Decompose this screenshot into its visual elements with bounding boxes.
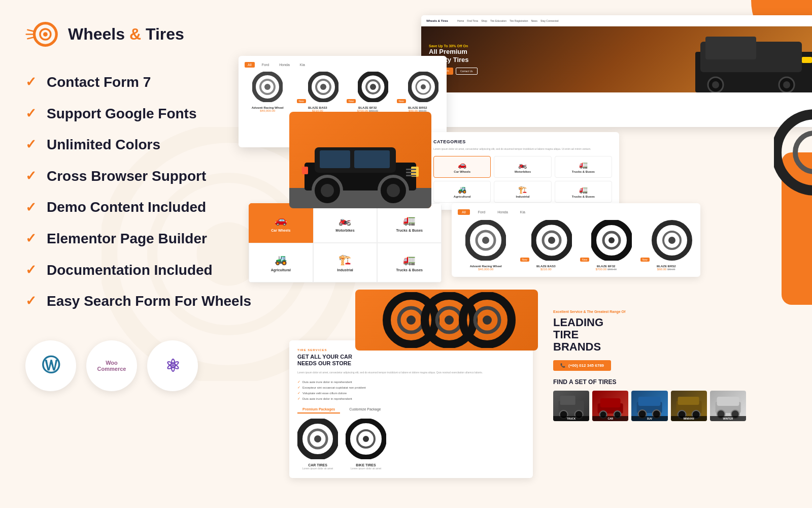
nav-education: Tire Education [490, 19, 506, 22]
lb-car-thumbnails: TRUCK CAR SUV [553, 391, 746, 421]
hero-contact-btn[interactable]: Contact Us [456, 68, 478, 75]
svg-point-66 [314, 435, 321, 442]
trucks2-icon: 🚛 [558, 185, 608, 194]
truck-grid-icon: 🚛 [384, 214, 435, 226]
package-desc-1: Lorem ipsum dolor sit amet [297, 467, 338, 470]
car-wheels-grid-icon: 🚗 [255, 214, 307, 226]
car-type-winter[interactable]: WINTER [710, 391, 746, 421]
tire-img-4 [408, 72, 438, 102]
tab-ford[interactable]: Ford [259, 62, 272, 68]
cat-grid-label: Agricultural [255, 268, 307, 272]
cat-label: Industrial [497, 195, 548, 198]
cat-trucks-buses-2[interactable]: 🚛 Trucks & Buses [555, 181, 612, 203]
checklist-item-3: Voluptate velit esse cillum dolore [297, 391, 525, 395]
industrial-icon: 🏗️ [497, 185, 548, 194]
tire-products-section: All Ford Honda Kia Advanti Racing Wheel … [452, 203, 700, 277]
cat-grid-inner: 🚗 Car Wheels 🏍️ Motorbikes 🚛 Trucks & Bu… [249, 203, 442, 282]
check-icon: ✓ [25, 200, 37, 215]
svg-point-48 [548, 237, 555, 244]
svg-point-28 [421, 84, 426, 89]
product-img-2 [531, 220, 572, 261]
cat-motorbikes[interactable]: 🏍️ Motorbikes [494, 156, 551, 178]
tab-customize-package[interactable]: Customize Package [344, 406, 386, 414]
features-list: ✓ Contact Form 7 ✓ Support Google Fonts … [25, 74, 259, 310]
checklist-item-1: Duis aute irure dolor in reprehenderit [297, 380, 525, 384]
feature-label: Unlimited Colors [47, 136, 160, 153]
feature-label: Documentation Included [47, 262, 213, 279]
agricultural-icon: 🚜 [437, 185, 487, 194]
prod-tab-all[interactable]: All [458, 209, 470, 215]
main-mockup: Wheels & Tires Home Find Tires Shop Tire… [421, 15, 812, 127]
check-icon: ✓ [25, 137, 37, 152]
product-img-3 [591, 220, 632, 261]
cat-label: Trucks & Buses [558, 195, 608, 198]
jeep-svg [289, 112, 431, 208]
tab-all[interactable]: All [245, 62, 255, 68]
cat-label: Car Wheels [437, 170, 487, 173]
svg-point-63 [483, 315, 492, 325]
agricultural-grid-icon: 🚜 [255, 253, 307, 266]
services-desc: Lorem ipsum dolor sit amet, consectetur … [297, 371, 525, 375]
tire-packages: CAR TIRES Lorem ipsum dolor sit amet BIK… [297, 419, 525, 470]
product-img-1 [465, 220, 506, 261]
feature-label: Demo Content Included [47, 199, 206, 216]
svg-point-45 [482, 237, 489, 244]
svg-point-25 [370, 84, 376, 90]
product-price-2: $210.00 [518, 268, 574, 271]
categories-title: CATEGORIES [433, 139, 612, 144]
checklist-item-4: Duis aute irure dolor in reprehenderit [297, 397, 525, 401]
svg-point-91 [795, 133, 812, 172]
cat-grid-industrial[interactable]: 🏗️ Industrial [313, 243, 378, 282]
nav-stay: Stay Connected [540, 19, 559, 22]
cat-car-wheels[interactable]: 🚗 Car Wheels [433, 156, 491, 178]
svg-point-19 [264, 84, 270, 90]
categories-grid: 🚗 Car Wheels 🏍️ Motorbikes 🚛 Trucks & Bu… [433, 156, 612, 203]
package-name-1: CAR TIRES [297, 463, 338, 467]
tires-strip-svg [360, 292, 533, 348]
prod-tab-honda[interactable]: Honda [493, 209, 512, 215]
package-desc-2: Lorem ipsum dolor sit amet [346, 467, 386, 470]
feature-cross-browser: ✓ Cross Browser Support [25, 168, 259, 185]
mockup-nav: Wheels & Tires Home Find Tires Shop Tire… [421, 15, 812, 26]
svg-rect-32 [320, 150, 350, 168]
svg-point-16 [783, 81, 790, 88]
svg-point-39 [387, 184, 400, 197]
platform-icons: Ⓦ WooCommerce ⚛ [25, 340, 259, 391]
tire-img-3 [358, 72, 388, 102]
tab-honda[interactable]: Honda [276, 62, 293, 68]
svg-point-69 [363, 436, 369, 442]
car-type-car[interactable]: CAR [592, 391, 628, 421]
cat-grid-trucks2[interactable]: 🚛 Trucks & Buses [377, 243, 442, 282]
feature-label: Contact Form 7 [47, 74, 151, 91]
car-type-truck[interactable]: TRUCK [553, 391, 589, 421]
tab-premium-packages[interactable]: Premium Packages [297, 406, 340, 414]
prod-tab-kia[interactable]: Kia [516, 209, 529, 215]
cat-grid-trucks[interactable]: 🚛 Trucks & Buses [377, 203, 442, 243]
cat-label: Motorbikes [497, 170, 548, 173]
cat-agricultural[interactable]: 🚜 Agricultural [433, 181, 491, 203]
mockup-hero: Save Up To 30% Off On All PremiumQuality… [421, 26, 812, 92]
trucks-icon: 🚛 [558, 161, 608, 169]
check-icon: ✓ [25, 231, 37, 246]
feature-documentation: ✓ Documentation Included [25, 262, 259, 279]
svg-point-37 [321, 184, 334, 197]
cat-industrial[interactable]: 🏗️ Industrial [494, 181, 551, 203]
tab-kia[interactable]: Kia [297, 62, 308, 68]
large-categories-grid: 🚗 Car Wheels 🏍️ Motorbikes 🚛 Trucks & Bu… [249, 203, 442, 282]
logo-text: Wheels & Tires [68, 25, 184, 43]
car-type-minivan[interactable]: MINIVAN [671, 391, 707, 421]
cat-grid-agricultural[interactable]: 🚜 Agricultural [249, 243, 313, 282]
cat-grid-car-wheels[interactable]: 🚗 Car Wheels [249, 203, 313, 243]
cat-grid-motorbikes[interactable]: 🏍️ Motorbikes [313, 203, 378, 243]
motorbikes-icon: 🏍️ [497, 161, 548, 169]
car-type-suv[interactable]: SUV [631, 391, 667, 421]
truck-label: TRUCK [553, 416, 589, 421]
woocommerce-badge: WooCommerce [86, 340, 137, 391]
cat-trucks-buses[interactable]: 🚛 Trucks & Buses [555, 156, 612, 178]
jeep-bg [289, 112, 431, 208]
lb-phone-btn[interactable]: 📞 (+00) 012 345 6789 [553, 360, 611, 371]
nav-shop: Shop [481, 19, 487, 22]
prod-tab-ford[interactable]: Ford [474, 209, 489, 215]
minivan-label: MINIVAN [671, 416, 707, 421]
jeep-image-section [289, 112, 431, 208]
